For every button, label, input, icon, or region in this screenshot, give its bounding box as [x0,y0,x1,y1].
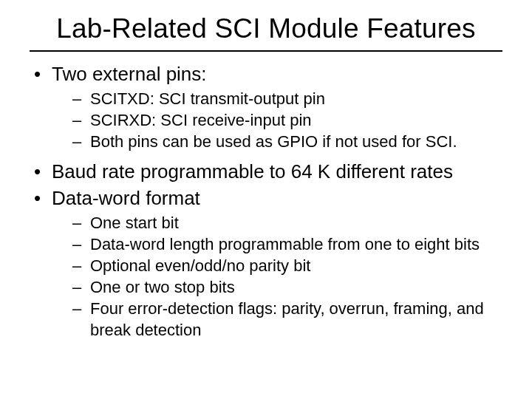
sub-text: One start bit [90,214,179,232]
sub-text: Optional even/odd/no parity bit [90,256,310,275]
bullet-text: Data-word format [52,187,200,209]
slide: Lab-Related SCI Module Features Two exte… [0,0,532,399]
sub-text: Both pins can be used as GPIO if not use… [90,132,457,151]
sub-item: Data-word length programmable from one t… [72,234,502,255]
bullet-list: Two external pins: SCITXD: SCI transmit-… [30,62,502,341]
slide-title: Lab-Related SCI Module Features [30,13,502,50]
sub-item: SCIRXD: SCI receive-input pin [72,110,502,131]
sub-item: One start bit [72,213,502,233]
bullet-item: Baud rate programmable to 64 K different… [33,160,502,185]
sub-item: Optional even/odd/no parity bit [72,256,502,276]
bullet-item: Data-word format One start bit Data-word… [33,186,502,341]
sub-text: Four error-detection flags: parity, over… [90,299,484,338]
title-underline [30,50,502,52]
sub-item: One or two stop bits [72,277,502,298]
sub-text: Data-word length programmable from one t… [90,235,480,253]
sub-list: One start bit Data-word length programma… [52,213,502,341]
sub-list: SCITXD: SCI transmit-output pin SCIRXD: … [52,89,502,152]
bullet-item: Two external pins: SCITXD: SCI transmit-… [33,62,502,152]
sub-text: SCIRXD: SCI receive-input pin [90,111,312,129]
sub-item: Both pins can be used as GPIO if not use… [72,132,502,152]
sub-text: SCITXD: SCI transmit-output pin [90,89,325,108]
sub-text: One or two stop bits [90,278,235,296]
bullet-text: Two external pins: [52,63,207,85]
sub-item: Four error-detection flags: parity, over… [72,299,502,340]
sub-item: SCITXD: SCI transmit-output pin [72,89,502,109]
bullet-text: Baud rate programmable to 64 K different… [52,160,453,183]
